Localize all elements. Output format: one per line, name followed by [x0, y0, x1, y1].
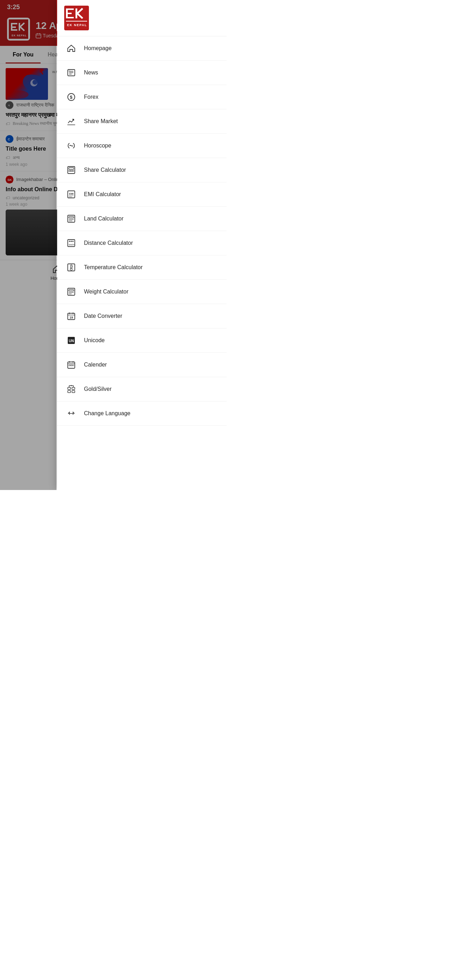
drawer-header: EK NEPAL — [57, 0, 227, 37]
svg-rect-97 — [68, 391, 71, 393]
svg-text:km/m: km/m — [69, 243, 75, 246]
calender-icon — [66, 359, 77, 371]
svg-rect-52 — [67, 124, 75, 125]
svg-text:UN: UN — [69, 339, 74, 343]
drawer-label-share-calculator: Share Calculator — [84, 167, 126, 173]
drawer-label-land-calculator: Land Calculator — [84, 216, 124, 222]
drawer-item-distance-calculator[interactable]: km/m Distance Calculator — [57, 231, 227, 255]
drawer-item-gold-silver[interactable]: Gold/Silver — [57, 377, 227, 401]
svg-rect-95 — [68, 387, 71, 390]
svg-rect-55 — [69, 170, 70, 172]
weight-calculator-icon — [66, 286, 77, 298]
drawer-label-calender: Calender — [84, 361, 107, 368]
svg-rect-62 — [68, 215, 75, 222]
drawer-item-unicode[interactable]: UN Unicode — [57, 328, 227, 353]
svg-line-42 — [77, 13, 83, 18]
gold-silver-icon — [66, 383, 77, 395]
svg-rect-61 — [69, 196, 72, 197]
drawer-item-calender[interactable]: Calender — [57, 353, 227, 377]
svg-rect-38 — [66, 13, 72, 14]
drawer-label-distance-calculator: Distance Calculator — [84, 240, 133, 246]
drawer-item-homepage[interactable]: Homepage — [57, 37, 227, 60]
drawer-label-forex: Forex — [84, 94, 99, 100]
svg-rect-94 — [72, 365, 74, 366]
drawer-item-weight-calculator[interactable]: Weight Calculator — [57, 280, 227, 304]
drawer-label-change-language: Change Language — [84, 410, 130, 417]
drawer-label-homepage: Homepage — [84, 45, 111, 51]
change-language-icon — [66, 408, 77, 419]
svg-point-102 — [71, 385, 72, 386]
drawer-menu: Homepage News $ — [57, 37, 227, 426]
drawer-label-news: News — [84, 70, 98, 76]
land-calculator-icon — [66, 213, 77, 224]
drawer-label-weight-calculator: Weight Calculator — [84, 289, 129, 295]
svg-line-41 — [77, 8, 83, 13]
svg-rect-93 — [71, 365, 72, 366]
drawer-item-emi-calculator[interactable]: EMI EMI Calculator — [57, 182, 227, 207]
svg-rect-49 — [68, 70, 70, 72]
svg-rect-78 — [69, 290, 74, 291]
svg-rect-63 — [69, 216, 74, 218]
drawer-item-land-calculator[interactable]: Land Calculator — [57, 207, 227, 231]
share-calculator-icon — [66, 164, 77, 176]
drawer-label-unicode: Unicode — [84, 337, 105, 344]
drawer-item-temperature-calculator[interactable]: Temperature Calculator — [57, 255, 227, 280]
side-drawer: EK NEPAL Homepage — [57, 0, 227, 490]
drawer-item-share-calculator[interactable]: Share Calculator — [57, 158, 227, 182]
drawer-label-emi-calculator: EMI Calculator — [84, 191, 121, 197]
drawer-item-share-market[interactable]: Share Market — [57, 109, 227, 134]
distance-calculator-icon: km/m — [66, 237, 77, 249]
svg-rect-40 — [75, 8, 77, 18]
svg-rect-92 — [69, 365, 70, 366]
drawer-label-temperature-calculator: Temperature Calculator — [84, 264, 143, 270]
svg-rect-60 — [69, 196, 74, 196]
svg-rect-39 — [66, 17, 74, 18]
drawer-label-date-converter: Date Converter — [84, 313, 122, 319]
horoscope-icon — [66, 140, 77, 151]
drawer-item-change-language[interactable]: Change Language — [57, 401, 227, 426]
svg-rect-98 — [72, 391, 75, 393]
date-converter-icon: 19 — [66, 310, 77, 322]
drawer-logo: EK NEPAL — [64, 6, 89, 30]
drawer-overlay[interactable] — [0, 0, 56, 490]
svg-rect-77 — [68, 288, 75, 295]
drawer-item-horoscope[interactable]: Horoscope — [57, 134, 227, 158]
svg-rect-54 — [69, 167, 74, 169]
emi-calculator-icon: EMI — [66, 189, 77, 200]
svg-rect-56 — [71, 170, 72, 172]
svg-text:EK NEPAL: EK NEPAL — [67, 23, 87, 27]
unicode-icon: UN — [66, 335, 77, 346]
svg-text:$: $ — [70, 95, 73, 100]
drawer-label-share-market: Share Market — [84, 118, 118, 124]
drawer-label-gold-silver: Gold/Silver — [84, 386, 111, 392]
drawer-item-date-converter[interactable]: 19 Date Converter — [57, 304, 227, 328]
svg-text:19: 19 — [70, 316, 73, 319]
svg-rect-96 — [72, 387, 75, 390]
share-market-icon — [66, 116, 77, 127]
drawer-item-news[interactable]: News — [57, 60, 227, 85]
svg-rect-57 — [72, 170, 74, 172]
svg-text:EMI: EMI — [69, 192, 74, 195]
drawer-label-horoscope: Horoscope — [84, 143, 111, 149]
home-icon — [66, 43, 77, 54]
news-icon — [66, 67, 77, 78]
drawer-item-forex[interactable]: $ Forex — [57, 85, 227, 109]
temperature-calculator-icon — [66, 262, 77, 273]
forex-icon: $ — [66, 91, 77, 103]
